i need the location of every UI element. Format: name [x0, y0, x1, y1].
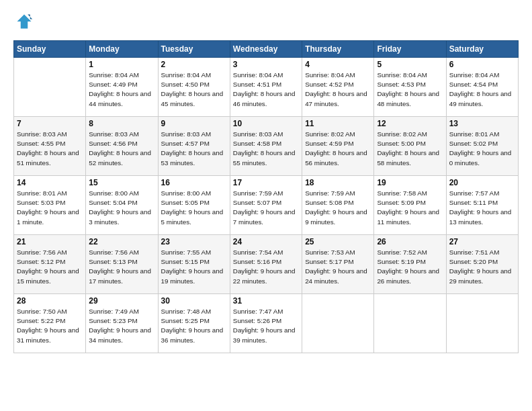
day-info: Sunrise: 7:59 AMSunset: 5:07 PMDaylight:…: [233, 189, 299, 227]
calendar-cell: 20Sunrise: 7:57 AMSunset: 5:11 PMDayligh…: [446, 176, 518, 235]
calendar-cell: 19Sunrise: 7:58 AMSunset: 5:09 PMDayligh…: [374, 176, 446, 235]
day-info: Sunrise: 7:47 AMSunset: 5:26 PMDaylight:…: [233, 307, 299, 345]
day-info: Sunrise: 8:03 AMSunset: 4:58 PMDaylight:…: [233, 130, 299, 168]
day-info: Sunrise: 8:04 AMSunset: 4:50 PMDaylight:…: [161, 71, 227, 109]
day-info: Sunrise: 8:04 AMSunset: 4:52 PMDaylight:…: [305, 71, 371, 109]
calendar-cell: [374, 294, 446, 353]
weekday-header-saturday: Saturday: [446, 41, 518, 58]
week-row-4: 28Sunrise: 7:50 AMSunset: 5:22 PMDayligh…: [14, 294, 519, 353]
calendar-cell: 8Sunrise: 8:03 AMSunset: 4:56 PMDaylight…: [86, 117, 158, 176]
day-number: 24: [233, 237, 299, 246]
calendar-cell: 4Sunrise: 8:04 AMSunset: 4:52 PMDaylight…: [302, 58, 374, 117]
day-number: 15: [89, 178, 154, 187]
calendar-cell: 30Sunrise: 7:48 AMSunset: 5:25 PMDayligh…: [158, 294, 230, 353]
day-number: 19: [377, 178, 443, 187]
calendar-cell: 14Sunrise: 8:01 AMSunset: 5:03 PMDayligh…: [14, 176, 86, 235]
logo-icon: [15, 12, 34, 31]
calendar-cell: 18Sunrise: 7:59 AMSunset: 5:08 PMDayligh…: [302, 176, 374, 235]
day-number: 6: [449, 60, 515, 69]
day-number: 11: [305, 119, 371, 128]
svg-marker-0: [17, 15, 32, 29]
calendar-cell: 21Sunrise: 7:56 AMSunset: 5:12 PMDayligh…: [14, 235, 86, 294]
calendar-cell: 3Sunrise: 8:04 AMSunset: 4:51 PMDaylight…: [230, 58, 302, 117]
day-number: 7: [17, 119, 83, 128]
day-number: 5: [377, 60, 443, 69]
calendar-cell: 9Sunrise: 8:03 AMSunset: 4:57 PMDaylight…: [158, 117, 230, 176]
day-info: Sunrise: 7:52 AMSunset: 5:19 PMDaylight:…: [377, 248, 443, 286]
day-info: Sunrise: 7:55 AMSunset: 5:15 PMDaylight:…: [161, 248, 227, 286]
calendar-cell: 10Sunrise: 8:03 AMSunset: 4:58 PMDayligh…: [230, 117, 302, 176]
calendar-cell: [302, 294, 374, 353]
day-info: Sunrise: 7:59 AMSunset: 5:08 PMDaylight:…: [305, 189, 371, 227]
day-info: Sunrise: 7:58 AMSunset: 5:09 PMDaylight:…: [377, 189, 443, 227]
day-info: Sunrise: 7:54 AMSunset: 5:16 PMDaylight:…: [233, 248, 299, 286]
day-info: Sunrise: 8:04 AMSunset: 4:53 PMDaylight:…: [377, 71, 443, 109]
day-info: Sunrise: 8:03 AMSunset: 4:55 PMDaylight:…: [17, 130, 83, 168]
calendar-cell: 12Sunrise: 8:02 AMSunset: 5:00 PMDayligh…: [374, 117, 446, 176]
calendar-cell: 29Sunrise: 7:49 AMSunset: 5:23 PMDayligh…: [86, 294, 158, 353]
day-info: Sunrise: 8:04 AMSunset: 4:49 PMDaylight:…: [89, 71, 154, 109]
day-number: 25: [305, 237, 371, 246]
weekday-header-wednesday: Wednesday: [230, 41, 302, 58]
calendar-cell: 28Sunrise: 7:50 AMSunset: 5:22 PMDayligh…: [14, 294, 86, 353]
weekday-header-monday: Monday: [86, 41, 158, 58]
header: [13, 12, 519, 34]
calendar-cell: [446, 294, 518, 353]
day-info: Sunrise: 8:01 AMSunset: 5:02 PMDaylight:…: [449, 130, 515, 168]
day-info: Sunrise: 7:56 AMSunset: 5:12 PMDaylight:…: [17, 248, 83, 286]
calendar-cell: 11Sunrise: 8:02 AMSunset: 4:59 PMDayligh…: [302, 117, 374, 176]
calendar-cell: 1Sunrise: 8:04 AMSunset: 4:49 PMDaylight…: [86, 58, 158, 117]
svg-marker-1: [28, 15, 32, 19]
day-number: 16: [161, 178, 227, 187]
day-info: Sunrise: 7:49 AMSunset: 5:23 PMDaylight:…: [89, 307, 154, 345]
calendar-cell: 23Sunrise: 7:55 AMSunset: 5:15 PMDayligh…: [158, 235, 230, 294]
calendar: SundayMondayTuesdayWednesdayThursdayFrid…: [13, 40, 519, 353]
day-info: Sunrise: 8:03 AMSunset: 4:56 PMDaylight:…: [89, 130, 154, 168]
calendar-cell: 5Sunrise: 8:04 AMSunset: 4:53 PMDaylight…: [374, 58, 446, 117]
day-info: Sunrise: 8:00 AMSunset: 5:04 PMDaylight:…: [89, 189, 154, 227]
day-info: Sunrise: 8:01 AMSunset: 5:03 PMDaylight:…: [17, 189, 83, 227]
week-row-0: 1Sunrise: 8:04 AMSunset: 4:49 PMDaylight…: [14, 58, 519, 117]
day-number: 18: [305, 178, 371, 187]
day-info: Sunrise: 8:02 AMSunset: 5:00 PMDaylight:…: [377, 130, 443, 168]
calendar-cell: 7Sunrise: 8:03 AMSunset: 4:55 PMDaylight…: [14, 117, 86, 176]
day-number: 3: [233, 60, 299, 69]
calendar-cell: 13Sunrise: 8:01 AMSunset: 5:02 PMDayligh…: [446, 117, 518, 176]
day-number: 26: [377, 237, 443, 246]
calendar-cell: 15Sunrise: 8:00 AMSunset: 5:04 PMDayligh…: [86, 176, 158, 235]
weekday-header-tuesday: Tuesday: [158, 41, 230, 58]
day-number: 29: [89, 296, 154, 306]
day-info: Sunrise: 8:04 AMSunset: 4:51 PMDaylight:…: [233, 71, 299, 109]
day-number: 8: [89, 119, 154, 128]
weekday-header-row: SundayMondayTuesdayWednesdayThursdayFrid…: [14, 41, 519, 58]
calendar-cell: 25Sunrise: 7:53 AMSunset: 5:17 PMDayligh…: [302, 235, 374, 294]
day-number: 30: [161, 296, 227, 306]
weekday-header-friday: Friday: [374, 41, 446, 58]
day-number: 20: [449, 178, 515, 187]
day-number: 28: [17, 296, 83, 306]
day-number: 27: [449, 237, 515, 246]
calendar-cell: 24Sunrise: 7:54 AMSunset: 5:16 PMDayligh…: [230, 235, 302, 294]
calendar-cell: 31Sunrise: 7:47 AMSunset: 5:26 PMDayligh…: [230, 294, 302, 353]
weekday-header-thursday: Thursday: [302, 41, 374, 58]
calendar-cell: 22Sunrise: 7:56 AMSunset: 5:13 PMDayligh…: [86, 235, 158, 294]
day-info: Sunrise: 7:56 AMSunset: 5:13 PMDaylight:…: [89, 248, 154, 286]
day-number: 21: [17, 237, 83, 246]
calendar-cell: [14, 58, 86, 117]
day-info: Sunrise: 7:51 AMSunset: 5:20 PMDaylight:…: [449, 248, 515, 286]
day-info: Sunrise: 7:50 AMSunset: 5:22 PMDaylight:…: [17, 307, 83, 345]
day-number: 31: [233, 296, 299, 306]
calendar-cell: 6Sunrise: 8:04 AMSunset: 4:54 PMDaylight…: [446, 58, 518, 117]
day-info: Sunrise: 7:53 AMSunset: 5:17 PMDaylight:…: [305, 248, 371, 286]
calendar-cell: 2Sunrise: 8:04 AMSunset: 4:50 PMDaylight…: [158, 58, 230, 117]
day-number: 23: [161, 237, 227, 246]
day-number: 1: [89, 60, 154, 69]
calendar-cell: 26Sunrise: 7:52 AMSunset: 5:19 PMDayligh…: [374, 235, 446, 294]
day-info: Sunrise: 8:03 AMSunset: 4:57 PMDaylight:…: [161, 130, 227, 168]
day-info: Sunrise: 7:48 AMSunset: 5:25 PMDaylight:…: [161, 307, 227, 345]
day-info: Sunrise: 8:02 AMSunset: 4:59 PMDaylight:…: [305, 130, 371, 168]
day-number: 13: [449, 119, 515, 128]
day-number: 22: [89, 237, 154, 246]
day-number: 4: [305, 60, 371, 69]
day-info: Sunrise: 7:57 AMSunset: 5:11 PMDaylight:…: [449, 189, 515, 227]
